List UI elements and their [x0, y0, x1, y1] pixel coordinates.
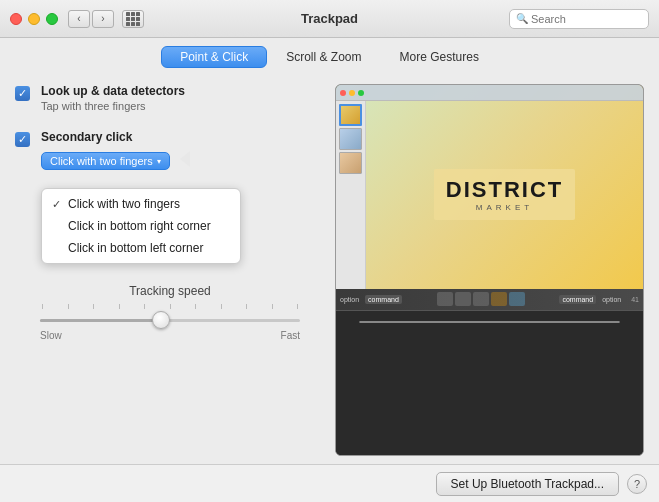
secondary-click-option: ✓ Secondary click Click with two fingers… — [15, 130, 325, 170]
tick — [119, 304, 120, 309]
setup-bluetooth-button[interactable]: Set Up Bluetooth Trackpad... — [436, 472, 619, 496]
menu-item-label-1: Click with two fingers — [68, 197, 180, 211]
command-label-2: command — [559, 295, 596, 304]
district-title: DISTRICT — [446, 177, 563, 203]
preview-thumb-2 — [339, 128, 362, 150]
dropdown-selected-label: Click with two fingers — [50, 155, 153, 167]
lookup-text: Look up & data detectors Tap with three … — [41, 84, 185, 112]
finger-2 — [586, 321, 609, 323]
menu-item-bottom-left[interactable]: Click in bottom left corner — [42, 237, 240, 259]
slider-track — [40, 319, 300, 322]
tick — [68, 304, 69, 309]
callout-arrow — [180, 151, 190, 167]
forward-button[interactable]: › — [92, 10, 114, 28]
secondary-click-text: Secondary click Click with two fingers ▾ — [41, 130, 190, 170]
secondary-click-dropdown[interactable]: Click with two fingers ▾ — [41, 152, 170, 170]
menu-item-label-3: Click in bottom left corner — [68, 241, 203, 255]
preview-close — [340, 90, 346, 96]
dock-icon-1 — [437, 292, 453, 306]
left-panel: ✓ Look up & data detectors Tap with thre… — [15, 84, 325, 456]
lookup-checkbox[interactable]: ✓ — [15, 86, 33, 104]
dock-bar: option command command option 41 — [336, 289, 643, 311]
preview-thumb-3 — [339, 152, 362, 174]
lookup-sublabel: Tap with three fingers — [41, 100, 185, 112]
district-subtitle: MARKET — [446, 203, 563, 212]
tick — [93, 304, 94, 309]
search-input[interactable] — [531, 13, 642, 25]
bottom-bar: Set Up Bluetooth Trackpad... ? — [0, 464, 659, 502]
tick — [195, 304, 196, 309]
slider-thumb[interactable] — [152, 311, 170, 329]
search-icon: 🔍 — [516, 13, 528, 24]
back-button[interactable]: ‹ — [68, 10, 90, 28]
slider-filled — [40, 319, 157, 322]
search-box[interactable]: 🔍 — [509, 9, 649, 29]
option-label-2: option — [602, 296, 621, 303]
nav-buttons: ‹ › — [68, 10, 114, 28]
preview-sidebar — [336, 101, 366, 289]
dock-icon-5 — [509, 292, 525, 306]
preview-minimize — [349, 90, 355, 96]
preview-thumb-1 — [339, 104, 362, 126]
lookup-checkbox-checked: ✓ — [15, 86, 30, 101]
tick — [170, 304, 171, 309]
preview-top: DISTRICT MARKET — [336, 85, 643, 289]
traffic-lights — [10, 13, 58, 25]
dock-icon-3 — [473, 292, 489, 306]
fingers — [556, 321, 609, 323]
minimize-button[interactable] — [28, 13, 40, 25]
preview-top-bar — [336, 85, 643, 101]
tick — [221, 304, 222, 309]
title-bar: ‹ › Trackpad 🔍 — [0, 0, 659, 38]
tracking-section: Tracking speed — [15, 284, 325, 341]
tab-point-click[interactable]: Point & Click — [161, 46, 267, 68]
preview-bottom: option command command option 41 — [336, 289, 643, 456]
trackpad-visual — [359, 321, 620, 323]
counter-label: 41 — [631, 296, 639, 303]
secondary-click-checked: ✓ — [15, 132, 30, 147]
tick — [144, 304, 145, 309]
main-content: ✓ Look up & data detectors Tap with thre… — [0, 74, 659, 456]
secondary-click-checkbox[interactable]: ✓ — [15, 132, 33, 150]
tab-bar: Point & Click Scroll & Zoom More Gesture… — [0, 38, 659, 74]
dock-icon-2 — [455, 292, 471, 306]
menu-item-bottom-right[interactable]: Click in bottom right corner — [42, 215, 240, 237]
tracking-label: Tracking speed — [15, 284, 325, 298]
command-label: command — [365, 295, 402, 304]
keyboard-label: option — [340, 296, 359, 303]
lookup-label: Look up & data detectors — [41, 84, 185, 98]
help-button[interactable]: ? — [627, 474, 647, 494]
menu-item-label-2: Click in bottom right corner — [68, 219, 211, 233]
tick-marks — [40, 304, 300, 309]
window-title: Trackpad — [301, 11, 358, 26]
tab-more-gestures[interactable]: More Gestures — [381, 46, 498, 68]
dock-icon-4 — [491, 292, 507, 306]
tick — [297, 304, 298, 309]
slider-fast-label: Fast — [281, 330, 300, 341]
menu-item-two-fingers[interactable]: ✓ Click with two fingers — [42, 193, 240, 215]
close-button[interactable] — [10, 13, 22, 25]
slider-labels: Slow Fast — [40, 330, 300, 341]
checkmark-icon-2: ✓ — [18, 134, 27, 145]
secondary-click-section: ✓ Secondary click Click with two fingers… — [15, 130, 325, 264]
preview-panel: DISTRICT MARKET option command — [335, 84, 644, 456]
tick — [246, 304, 247, 309]
check-icon: ✓ — [52, 198, 68, 211]
slider-slow-label: Slow — [40, 330, 62, 341]
preview-image: DISTRICT MARKET option command — [336, 85, 643, 455]
preview-maximize — [358, 90, 364, 96]
preview-canvas: DISTRICT MARKET — [366, 101, 643, 289]
maximize-button[interactable] — [46, 13, 58, 25]
chevron-down-icon: ▾ — [157, 157, 161, 166]
slider-container: Slow Fast — [40, 306, 300, 341]
secondary-click-label: Secondary click — [41, 130, 190, 144]
lookup-option: ✓ Look up & data detectors Tap with thre… — [15, 84, 325, 112]
trackpad-area — [336, 311, 643, 323]
grid-button[interactable] — [122, 10, 144, 28]
tick — [42, 304, 43, 309]
checkmark-icon: ✓ — [18, 88, 27, 99]
preview-main: DISTRICT MARKET — [336, 101, 643, 289]
dropdown-menu-container: ✓ Click with two fingers Click in bottom… — [41, 188, 325, 264]
tab-scroll-zoom[interactable]: Scroll & Zoom — [267, 46, 380, 68]
dropdown-menu: ✓ Click with two fingers Click in bottom… — [41, 188, 241, 264]
